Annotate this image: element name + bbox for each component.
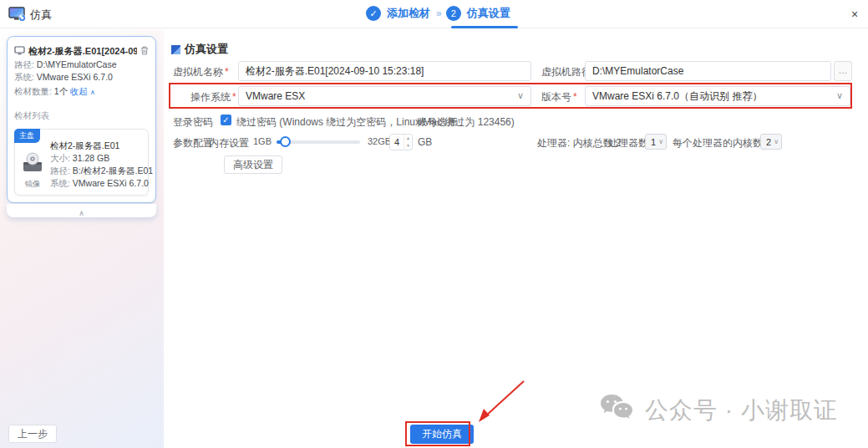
- step1-label[interactable]: 添加检材: [387, 6, 430, 21]
- chevron-down-icon: ∨: [658, 138, 663, 145]
- vm-name-input[interactable]: [238, 61, 531, 81]
- step-arrow-icon: »: [436, 8, 440, 19]
- memory-value: 4: [390, 135, 404, 150]
- bypass-password-checkbox[interactable]: ✓: [221, 115, 231, 125]
- account-select-link[interactable]: 账号选择: [417, 115, 457, 130]
- evidence-name: 检材2-服务器.E01: [50, 140, 153, 152]
- evidence-card-body: 检材2-服务器.E01[2024-09-1... 路径: D:\MYEmulat…: [7, 36, 156, 203]
- vm-path-input[interactable]: [585, 61, 831, 81]
- annotation-arrow: [464, 374, 539, 433]
- start-simulation-button[interactable]: 开始仿真: [410, 425, 474, 444]
- evidence-list-item[interactable]: 主盘: [14, 129, 149, 196]
- memory-max-label: 32GB: [368, 136, 391, 146]
- evidence-card: 检材2-服务器.E01[2024-09-1... 路径: D:\MYEmulat…: [7, 36, 156, 217]
- monitor-icon: [14, 43, 25, 59]
- evidence-path-label: 路径:: [50, 165, 70, 176]
- step1-check-icon: ✓: [366, 6, 381, 21]
- step2-number: 2: [446, 6, 461, 21]
- case-system-value: VMware ESXi 6.7.0: [37, 72, 113, 82]
- memory-unit-label: GB: [418, 136, 432, 148]
- evidence-system-label: 系统:: [50, 178, 70, 188]
- memory-slider-handle[interactable]: [280, 136, 291, 147]
- section-title: 仿真设置: [185, 42, 228, 57]
- cpu-count-select[interactable]: 1 ∨: [645, 134, 667, 150]
- advanced-settings-button[interactable]: 高级设置: [224, 155, 282, 174]
- collapse-chevron-icon[interactable]: ∧: [90, 89, 95, 96]
- cpu-count-value: 1: [651, 137, 656, 147]
- window-title: 仿真: [30, 8, 52, 23]
- spin-up-icon[interactable]: ▲: [404, 135, 412, 142]
- title-bar: 仿真 ✓ 添加检材 » 2 仿真设置 ×: [0, 0, 868, 28]
- memory-slider[interactable]: [277, 140, 360, 144]
- trash-icon[interactable]: [140, 43, 149, 59]
- cpu-cores-value: 2: [766, 137, 771, 147]
- section-square-icon: [171, 45, 180, 54]
- wechat-icon: [598, 393, 635, 427]
- chevron-down-icon: ∨: [774, 138, 779, 145]
- evidence-path-value: B:/检材2-服务器.E01: [73, 165, 153, 176]
- spin-down-icon[interactable]: ▼: [404, 142, 412, 150]
- params-label: 参数配置: [173, 136, 213, 150]
- evidence-count-label: 检材数量:: [14, 86, 52, 96]
- case-path-label: 路径:: [14, 59, 34, 69]
- step-indicator: ✓ 添加检材 » 2 仿真设置: [366, 6, 510, 21]
- version-label: 版本号*: [541, 90, 577, 104]
- chevron-down-icon: ∨: [517, 90, 524, 101]
- chevron-up-icon: ∧: [79, 209, 84, 217]
- vm-name-label: 虚拟机名称*: [173, 65, 229, 79]
- close-icon[interactable]: ×: [847, 7, 862, 22]
- browse-button[interactable]: …: [834, 61, 852, 81]
- os-label: 操作系统*: [190, 90, 236, 104]
- watermark: 公众号 · 小谢取证: [598, 393, 838, 427]
- memory-spinbox[interactable]: 4 ▲ ▼: [389, 134, 413, 150]
- evidence-size-label: 大小:: [50, 153, 70, 163]
- app-monitor-icon: [8, 7, 27, 26]
- evidence-system-value: VMware ESXi 6.7.0: [73, 178, 149, 188]
- version-select[interactable]: VMware ESXi 6.7.0（自动识别 推荐） ∨: [585, 86, 850, 106]
- card-collapse-bar[interactable]: ∧: [7, 204, 156, 217]
- cpu-cores-label: 每个处理器的内核数量: [673, 136, 773, 150]
- evidence-type-label: 镜像: [25, 179, 41, 190]
- emulation-dialog: 仿真 ✓ 添加检材 » 2 仿真设置 × 检材2-服务器.E: [0, 0, 868, 448]
- memory-min-label: 1GB: [253, 136, 272, 146]
- evidence-card-title: 检材2-服务器.E01[2024-09-1...: [28, 45, 137, 58]
- watermark-text: 公众号 · 小谢取证: [645, 395, 838, 426]
- login-password-label: 登录密码: [173, 115, 213, 130]
- version-select-value: VMware ESXi 6.7.0（自动识别 推荐）: [592, 89, 762, 104]
- case-system-label: 系统:: [14, 72, 34, 82]
- previous-step-button[interactable]: 上一步: [8, 425, 57, 443]
- evidence-count-value: 1个: [54, 86, 68, 96]
- chevron-down-icon: ∨: [836, 90, 843, 101]
- main-disk-badge: 主盘: [14, 129, 40, 143]
- cpu-cores-select[interactable]: 2 ∨: [760, 134, 782, 150]
- os-select[interactable]: VMware ESX ∨: [238, 86, 531, 106]
- vm-path-label: 虚拟机路径: [541, 65, 591, 79]
- active-step-underline: [451, 26, 518, 28]
- evidence-sidebar: 检材2-服务器.E01[2024-09-1... 路径: D:\MYEmulat…: [0, 29, 164, 448]
- disk-image-icon: [20, 152, 45, 177]
- case-path-value: D:\MYEmulatorCase: [37, 59, 117, 69]
- evidence-list-title: 检材列表: [14, 110, 149, 122]
- step2-label[interactable]: 仿真设置: [467, 6, 510, 21]
- collapse-link[interactable]: 收起: [70, 86, 88, 96]
- bypass-password-text: 绕过密码 (Windows 绕过为空密码，Linux/Mac 绕过为 12345…: [236, 115, 515, 130]
- memory-label: 内存设置: [209, 136, 249, 150]
- section-header: 仿真设置: [171, 42, 228, 57]
- os-select-value: VMware ESX: [246, 90, 305, 102]
- evidence-size-value: 31.28 GB: [73, 153, 109, 163]
